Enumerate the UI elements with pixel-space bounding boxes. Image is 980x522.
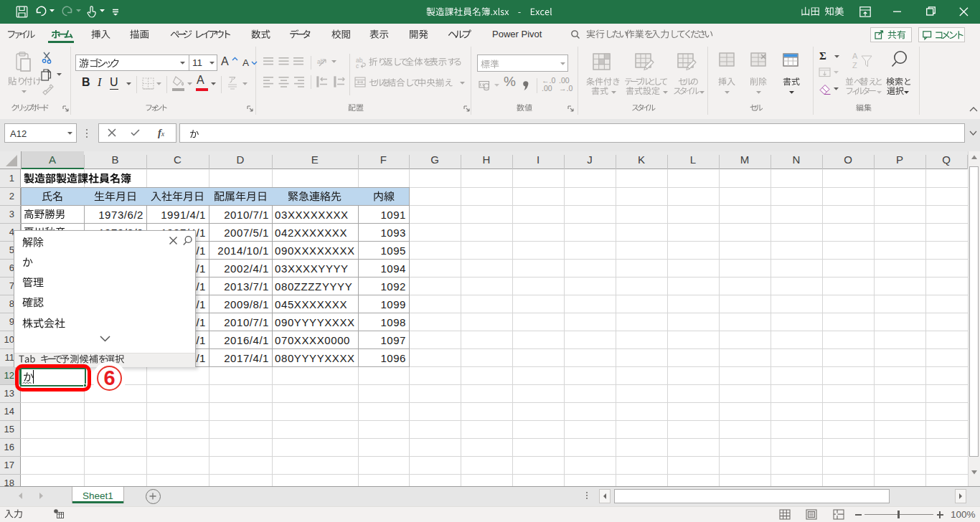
svg-text:Z: Z [852,61,857,70]
svg-text:A: A [852,52,858,60]
svg-text:ab: ab [317,58,324,65]
